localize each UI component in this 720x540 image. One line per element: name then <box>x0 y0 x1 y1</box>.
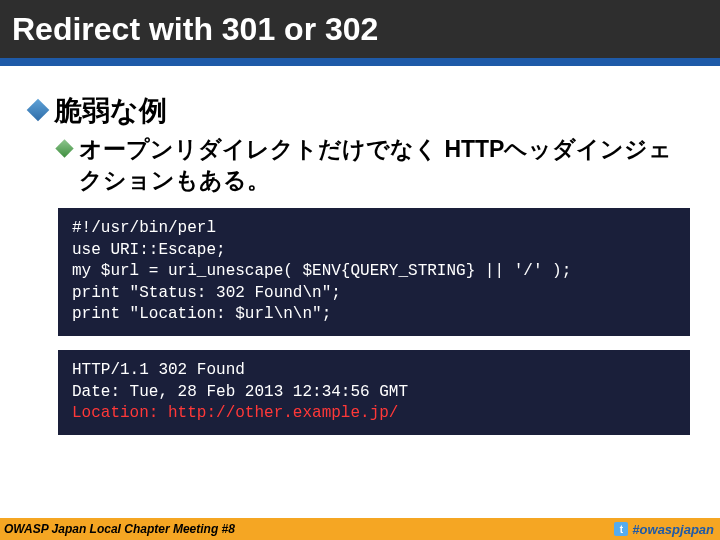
bullet-level1: 脆弱な例 <box>30 92 690 130</box>
bullet-level2: オープンリダイレクトだけでなく HTTPヘッダインジェクションもある。 <box>58 134 690 196</box>
diamond-bullet-icon <box>27 99 50 122</box>
diamond-bullet-icon <box>55 139 73 157</box>
code-line: HTTP/1.1 302 Found <box>72 361 245 379</box>
code-line-highlight: Location: http://other.example.jp/ <box>72 404 398 422</box>
code-line: #!/usr/bin/perl <box>72 219 216 237</box>
code-line: print "Location: $url\n\n"; <box>72 305 331 323</box>
hashtag-text: #owaspjapan <box>632 522 714 537</box>
bullet2-text: オープンリダイレクトだけでなく HTTPヘッダインジェクションもある。 <box>79 134 690 196</box>
code-line: my $url = uri_unescape( $ENV{QUERY_STRIN… <box>72 262 571 280</box>
accent-strip <box>0 58 720 66</box>
code-block-http: HTTP/1.1 302 Found Date: Tue, 28 Feb 201… <box>58 350 690 435</box>
code-line: print "Status: 302 Found\n"; <box>72 284 341 302</box>
bullet1-text: 脆弱な例 <box>54 92 167 130</box>
footer-right: t #owaspjapan <box>614 522 714 537</box>
slide-footer: OWASP Japan Local Chapter Meeting #8 t #… <box>0 518 720 540</box>
code-line: use URI::Escape; <box>72 241 226 259</box>
slide-content: 脆弱な例 オープンリダイレクトだけでなく HTTPヘッダインジェクションもある。… <box>0 66 720 435</box>
slide-header: Redirect with 301 or 302 <box>0 0 720 58</box>
twitter-icon: t <box>614 522 628 536</box>
footer-left-text: OWASP Japan Local Chapter Meeting #8 <box>4 522 235 536</box>
slide-title: Redirect with 301 or 302 <box>12 11 378 48</box>
code-block-perl: #!/usr/bin/perl use URI::Escape; my $url… <box>58 208 690 336</box>
code-line: Date: Tue, 28 Feb 2013 12:34:56 GMT <box>72 383 408 401</box>
